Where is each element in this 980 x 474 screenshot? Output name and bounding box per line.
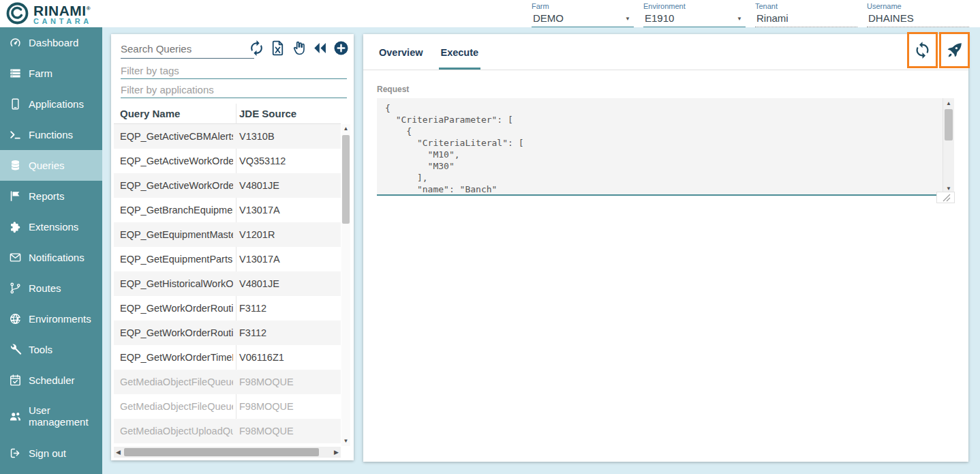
- table-row[interactable]: EQP_GetEquipmentParts V13017A: [114, 247, 341, 271]
- add-icon[interactable]: [333, 40, 350, 57]
- query-toolbar: [248, 40, 350, 57]
- jde-source-cell: V1201R: [233, 229, 341, 240]
- table-row[interactable]: EQP_GetHistoricalWorkOrc V4801JE: [114, 271, 341, 296]
- sidebar-item-label: Extensions: [29, 221, 78, 233]
- dropdown-caret-icon: ▼: [625, 16, 630, 22]
- textarea-scrollbar[interactable]: ▲ ▼: [943, 98, 954, 194]
- search-input[interactable]: [121, 40, 254, 59]
- tab-bar: OverviewExecute: [363, 34, 968, 70]
- jde-source-cell: F98MOQUE: [233, 376, 341, 387]
- query-name-cell: EQP_GetWorkOrderRouting: [114, 327, 233, 338]
- table-row[interactable]: GetMediaObjectUploadQue F98MOQUE: [114, 419, 341, 443]
- brand-logo: RINAMI® CANTARA: [5, 1, 92, 25]
- sidebar-item-extensions[interactable]: Extensions: [0, 211, 102, 242]
- hand-pointer-icon[interactable]: [290, 40, 307, 57]
- jde-source-cell: V13017A: [233, 205, 341, 216]
- table-row[interactable]: EQP_GetActiveWorkOrderR VQ353112: [114, 149, 341, 173]
- refresh-button[interactable]: [907, 32, 938, 68]
- sidebar-item-label: Environments: [29, 313, 91, 325]
- dropdown-caret-icon: ▼: [737, 16, 742, 22]
- table-row[interactable]: EQP_GetWorkOrderTimeEn V06116Z1: [114, 345, 341, 370]
- query-name-cell: GetMediaObjectFileQueues: [114, 401, 233, 412]
- sidebar-item-user-management[interactable]: User management: [0, 396, 102, 436]
- vertical-scroll-thumb[interactable]: [342, 135, 350, 224]
- sidebar-item-farm[interactable]: Farm: [0, 58, 102, 89]
- scroll-right-icon[interactable]: ▶: [334, 449, 339, 456]
- sidebar-item-label: User management: [29, 404, 97, 428]
- environment-field: Environment E1910 ▼: [643, 2, 746, 27]
- username-field: Username DHAINES ▼: [867, 2, 969, 27]
- sidebar-item-functions[interactable]: Functions: [0, 119, 102, 150]
- filter-applications-input[interactable]: [121, 82, 347, 98]
- sidebar-item-scheduler[interactable]: Scheduler: [0, 365, 102, 396]
- sidebar-item-notifications[interactable]: Notifications: [0, 242, 102, 273]
- table-horizontal-scrollbar[interactable]: ◀ ▶: [114, 447, 341, 458]
- scroll-up-icon[interactable]: ▲: [341, 125, 350, 132]
- applications-icon: [9, 98, 22, 110]
- sidebar-item-queries[interactable]: Queries: [0, 150, 102, 181]
- header-fields: Farm DEMO ▼ Environment E1910 ▼ Tenant R…: [532, 2, 979, 27]
- jde-source-cell: VQ353112: [233, 155, 341, 166]
- query-name-cell: EQP_GetWorkOrderTimeEn: [114, 352, 233, 363]
- horizontal-scroll-thumb[interactable]: [124, 448, 319, 456]
- jde-source-cell: V1310B: [233, 131, 341, 142]
- execute-button[interactable]: [939, 32, 970, 68]
- query-name-cell: GetMediaObjectFileQueue: [114, 376, 233, 387]
- table-row[interactable]: EQP_GetEquipmentMaster V1201R: [114, 222, 341, 247]
- tenant-field: Tenant Rinami ▼: [755, 2, 857, 27]
- jde-source-cell: F3112: [233, 303, 341, 314]
- sidebar-item-reports[interactable]: Reports: [0, 181, 102, 211]
- table-row[interactable]: EQP_GetWorkOrderRouting F3112: [114, 296, 341, 321]
- scroll-down-icon[interactable]: ▼: [341, 438, 350, 445]
- query-detail-panel: OverviewExecute Request { "CriteriaParam…: [363, 34, 968, 462]
- sidebar-item-label: Queries: [29, 160, 65, 171]
- table-row[interactable]: EQP_GetActiveCBMAlerts V1310B: [114, 124, 341, 149]
- jde-source-cell: V13017A: [233, 254, 341, 265]
- farm-icon: [9, 67, 22, 80]
- dashboard-icon: [9, 36, 22, 49]
- jde-source-cell: F3112: [233, 327, 341, 338]
- query-name-cell: EQP_GetEquipmentMaster: [114, 229, 233, 240]
- sidebar-item-applications[interactable]: Applications: [0, 89, 102, 119]
- brand-logo-icon: [5, 1, 29, 25]
- sidebar-item-label: Scheduler: [29, 374, 75, 386]
- request-editor: { "CriteriaParameter": [ { "CriteriaLite…: [377, 98, 954, 196]
- brand-subtitle: CANTARA: [33, 17, 92, 25]
- table-vertical-scrollbar[interactable]: ▲ ▼: [341, 124, 350, 446]
- sidebar-item-dashboard[interactable]: Dashboard: [0, 27, 102, 58]
- query-name-cell: EQP_GetBranchEquipment: [114, 205, 233, 216]
- sidebar-item-label: Notifications: [29, 252, 85, 263]
- sidebar-item-environments[interactable]: Environments: [0, 303, 102, 334]
- field-label: Environment: [643, 2, 746, 10]
- table-row[interactable]: EQP_GetActiveWorkOrders V4801JE: [114, 173, 341, 198]
- collapse-icon[interactable]: [311, 40, 328, 57]
- tab-execute[interactable]: Execute: [440, 47, 480, 58]
- jde-source-cell: F98MOQUE: [233, 401, 341, 412]
- excel-export-icon[interactable]: [269, 40, 286, 57]
- sidebar-item-sign-out[interactable]: Sign out: [0, 438, 102, 469]
- sidebar-item-tools[interactable]: Tools: [0, 334, 102, 365]
- farm-field: Farm DEMO ▼: [532, 2, 634, 27]
- scroll-left-icon[interactable]: ◀: [116, 449, 121, 456]
- notifications-icon: [9, 251, 22, 264]
- request-textarea[interactable]: { "CriteriaParameter": [ { "CriteriaLite…: [377, 98, 954, 194]
- textarea-scroll-thumb[interactable]: [945, 109, 953, 140]
- sidebar-item-routes[interactable]: Routes: [0, 273, 102, 303]
- table-row[interactable]: GetMediaObjectFileQueues F98MOQUE: [114, 394, 341, 419]
- user-management-icon: [9, 410, 22, 423]
- table-row[interactable]: EQP_GetWorkOrderRouting F3112: [114, 321, 341, 345]
- table-row[interactable]: EQP_GetBranchEquipment V13017A: [114, 198, 341, 222]
- sync-icon[interactable]: [248, 40, 265, 57]
- table-row[interactable]: GetMediaObjectFileQueue F98MOQUE: [114, 370, 341, 394]
- scheduler-icon: [9, 374, 22, 387]
- field-value: DEMO: [533, 12, 564, 24]
- environments-icon: [9, 312, 22, 325]
- top-bar: RINAMI® CANTARA Farm DEMO ▼ Environment …: [0, 0, 980, 27]
- filter-tags-input[interactable]: [121, 63, 347, 79]
- sidebar-item-label: Reports: [29, 190, 65, 202]
- jde-source-header: JDE Source: [233, 108, 296, 119]
- query-name-header: Query Name: [114, 108, 233, 119]
- tab-overview[interactable]: Overview: [378, 47, 424, 58]
- resize-handle-icon[interactable]: [936, 192, 955, 203]
- scroll-up-icon[interactable]: ▲: [943, 100, 954, 107]
